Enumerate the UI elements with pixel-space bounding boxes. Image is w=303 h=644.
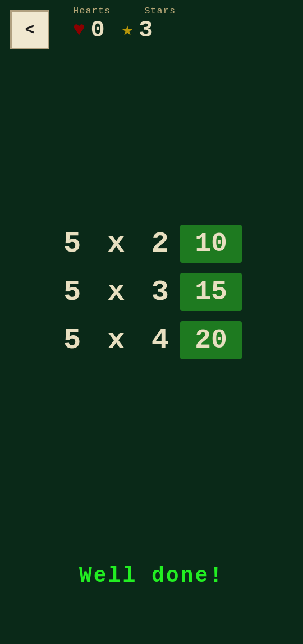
- equation-answer-3[interactable]: 20: [180, 321, 242, 359]
- stat-values: ♥ 0 ★ 3: [73, 19, 153, 42]
- equation-text-2: 5 x 3: [61, 276, 173, 309]
- equation-text-3: 5 x 4: [61, 324, 173, 357]
- equation-answer-2[interactable]: 15: [180, 273, 242, 311]
- heart-icon: ♥: [73, 20, 85, 40]
- equations-container: 5 x 2 10 5 x 3 15 5 x 4 20: [0, 225, 303, 359]
- equation-row-3: 5 x 4 20: [61, 321, 242, 359]
- equation-row-1: 5 x 2 10: [61, 225, 242, 263]
- equation-answer-1[interactable]: 10: [180, 225, 242, 263]
- equation-row-2: 5 x 3 15: [61, 273, 242, 311]
- hearts-label: Hearts: [73, 6, 111, 16]
- app: < Hearts Stars ♥ 0 ★ 3 5 x 2 10 5 x 3 15: [0, 0, 303, 644]
- stat-labels: Hearts Stars: [73, 6, 176, 16]
- back-button[interactable]: <: [10, 10, 49, 49]
- back-arrow-icon: <: [25, 21, 35, 39]
- star-icon: ★: [122, 21, 133, 40]
- stars-label: Stars: [144, 6, 176, 16]
- stars-value: 3: [139, 19, 153, 42]
- header-stats: Hearts Stars ♥ 0 ★ 3: [73, 6, 176, 42]
- equation-text-1: 5 x 2: [61, 227, 173, 261]
- hearts-value: 0: [91, 19, 105, 42]
- completion-message: Well done!: [0, 564, 303, 588]
